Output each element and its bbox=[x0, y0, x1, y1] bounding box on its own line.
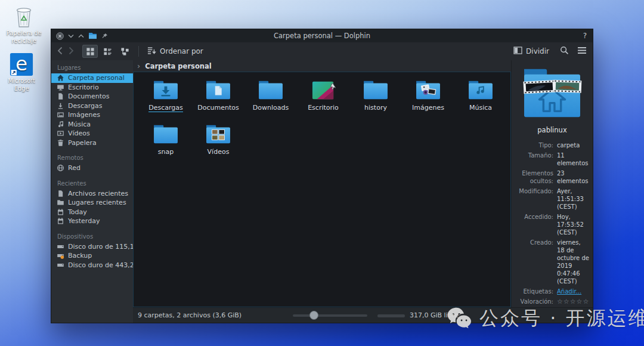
drive-icon bbox=[57, 261, 64, 269]
sidebar-item-label: Disco duro de 443,2 GiB bbox=[68, 261, 133, 269]
sidebar-item-papelera[interactable]: Papelera bbox=[51, 138, 133, 148]
places-sidebar: LugaresCarpeta personalEscritorioDocumen… bbox=[51, 60, 133, 323]
zoom-slider-handle[interactable] bbox=[309, 311, 318, 320]
folder-icon bbox=[467, 76, 494, 101]
search-icon[interactable] bbox=[560, 46, 569, 57]
free-space-bar bbox=[377, 314, 405, 317]
details-view-button[interactable] bbox=[100, 45, 115, 58]
desktop-icon-label: Papelera de reciclaje bbox=[2, 30, 45, 45]
sidebar-item-documentos[interactable]: Documentos bbox=[51, 92, 133, 101]
sidebar-item-disco-duro-de-443-2-gib[interactable]: Disco duro de 443,2 GiB bbox=[51, 261, 133, 270]
sidebar-item-label: Imágenes bbox=[68, 111, 100, 119]
download-icon bbox=[57, 102, 64, 110]
folder-icon bbox=[57, 199, 64, 206]
close-icon[interactable] bbox=[56, 32, 64, 40]
calendar-icon bbox=[57, 217, 64, 225]
folder-item-imagenes[interactable]: Imágenes bbox=[402, 76, 454, 121]
pin-icon[interactable] bbox=[101, 33, 108, 39]
status-summary: 9 carpetas, 2 archivos (3,6 GiB) bbox=[138, 311, 242, 319]
sidebar-item-musica[interactable]: Música bbox=[51, 120, 133, 129]
calendar-icon bbox=[57, 208, 64, 216]
sidebar-item-disco-duro-de-115-1-gib[interactable]: Disco duro de 115,1 GiB bbox=[51, 242, 133, 252]
info-label-etiquetas-: Etiquetas: bbox=[515, 288, 553, 295]
item-details: Tipo:carpetaTamaño:11 elementosElementos… bbox=[515, 141, 589, 307]
music-icon bbox=[57, 121, 64, 128]
watermark-text: 公众号 · 开源运维 bbox=[479, 305, 644, 332]
tree-view-button[interactable] bbox=[117, 45, 132, 58]
sidebar-item-label: Música bbox=[68, 121, 91, 128]
sidebar-section-dispositivos: Dispositivos bbox=[51, 233, 133, 242]
forward-button[interactable] bbox=[69, 47, 74, 57]
folder-item-musica[interactable]: Música bbox=[454, 76, 507, 121]
info-value: viernes, 18 de octubre de 2019 0:47:46 (… bbox=[557, 239, 589, 285]
wechat-icon bbox=[446, 306, 473, 332]
sidebar-item-carpeta-personal[interactable]: Carpeta personal bbox=[51, 73, 133, 83]
sidebar-item-label: Disco duro de 115,1 GiB bbox=[68, 243, 133, 251]
sidebar-item-escritorio[interactable]: Escritorio bbox=[51, 83, 133, 92]
icons-view-button[interactable] bbox=[82, 45, 98, 58]
folder-label: Documentos bbox=[197, 104, 239, 112]
sidebar-item-videos[interactable]: Vídeos bbox=[51, 129, 133, 138]
drive-icon bbox=[57, 243, 64, 251]
sidebar-item-label: Descargas bbox=[68, 102, 103, 110]
sidebar-item-descargas[interactable]: Descargas bbox=[51, 101, 133, 111]
folder-icon bbox=[414, 76, 442, 101]
sidebar-item-label: Backup bbox=[68, 252, 92, 260]
hamburger-menu-icon[interactable] bbox=[577, 47, 587, 56]
breadcrumb-chevron-icon: › bbox=[137, 61, 140, 70]
sidebar-item-label: Today bbox=[68, 208, 87, 216]
folder-item-descargas[interactable]: Descargas bbox=[140, 76, 192, 121]
sidebar-item-imagenes[interactable]: Imágenes bbox=[51, 110, 133, 120]
chevron-down-icon[interactable] bbox=[68, 34, 74, 38]
sidebar-item-yesterday[interactable]: Yesterday bbox=[51, 217, 133, 226]
video-icon bbox=[57, 129, 64, 137]
drive-backup-icon bbox=[57, 252, 64, 260]
window-title: Carpeta personal — Dolphin bbox=[51, 32, 593, 40]
breadcrumb[interactable]: › Carpeta personal bbox=[133, 60, 511, 72]
folder-item-videos[interactable]: Vídeos bbox=[192, 121, 244, 165]
breadcrumb-path[interactable]: Carpeta personal bbox=[145, 62, 212, 70]
folder-label: Downloads bbox=[253, 104, 289, 112]
desktop-icon-recycle-bin[interactable]: Papelera de reciclaje bbox=[2, 4, 45, 45]
info-label-elementos-ocultos-: Elementos ocultos: bbox=[515, 169, 553, 185]
folder-label: Imágenes bbox=[412, 104, 444, 112]
sidebar-item-label: Documentos bbox=[68, 92, 109, 100]
split-view-button[interactable]: Dividir bbox=[511, 45, 552, 57]
folder-icon bbox=[152, 76, 179, 101]
toolbar: Ordenar por Dividir bbox=[51, 42, 593, 60]
dolphin-window: Carpeta personal — Dolphin ? bbox=[51, 29, 593, 323]
folder-label: Descargas bbox=[148, 104, 183, 112]
info-value: 23 elementos bbox=[557, 169, 589, 185]
desktop-icon-microsoft-edge[interactable]: e Microsoft Edge bbox=[0, 52, 43, 92]
folder-icon bbox=[88, 32, 97, 39]
svg-text:e: e bbox=[16, 52, 27, 75]
folder-item-escritorio[interactable]: Escritorio bbox=[297, 76, 349, 121]
folder-icon bbox=[205, 76, 232, 101]
info-label-creado-: Creado: bbox=[515, 239, 553, 285]
help-button[interactable]: ? bbox=[583, 32, 587, 40]
titlebar[interactable]: Carpeta personal — Dolphin ? bbox=[51, 29, 593, 42]
folder-item-snap[interactable]: snap bbox=[140, 121, 192, 165]
sidebar-item-archivos-recientes[interactable]: Archivos recientes bbox=[51, 189, 133, 199]
zoom-slider[interactable] bbox=[293, 314, 367, 317]
folder-item-history[interactable]: history bbox=[349, 76, 402, 121]
document-icon bbox=[57, 92, 64, 100]
chevron-up-icon[interactable] bbox=[78, 34, 84, 38]
folder-item-documentos[interactable]: Documentos bbox=[192, 76, 244, 121]
sidebar-item-label: Yesterday bbox=[68, 217, 100, 225]
sidebar-item-today[interactable]: Today bbox=[51, 208, 133, 217]
trash-icon bbox=[57, 139, 64, 147]
sort-by-button[interactable]: Ordenar por bbox=[145, 45, 206, 58]
folder-view[interactable]: DescargasDocumentosDownloadsEscritoriohi… bbox=[133, 72, 511, 307]
sidebar-item-lugares-recientes[interactable]: Lugares recientes bbox=[51, 198, 133, 208]
info-label-accedido-: Accedido: bbox=[515, 213, 553, 236]
image-icon bbox=[57, 111, 64, 119]
folder-item-downloads[interactable]: Downloads bbox=[244, 76, 297, 121]
back-button[interactable] bbox=[57, 47, 63, 57]
sidebar-item-red[interactable]: Red bbox=[51, 163, 133, 173]
sidebar-section-recientes: Recientes bbox=[51, 180, 133, 189]
sidebar-section-lugares: Lugares bbox=[51, 64, 133, 73]
folder-icon bbox=[152, 121, 179, 146]
sidebar-item-backup[interactable]: Backup bbox=[51, 251, 133, 261]
info-add-link[interactable]: Añadir... bbox=[557, 288, 589, 295]
